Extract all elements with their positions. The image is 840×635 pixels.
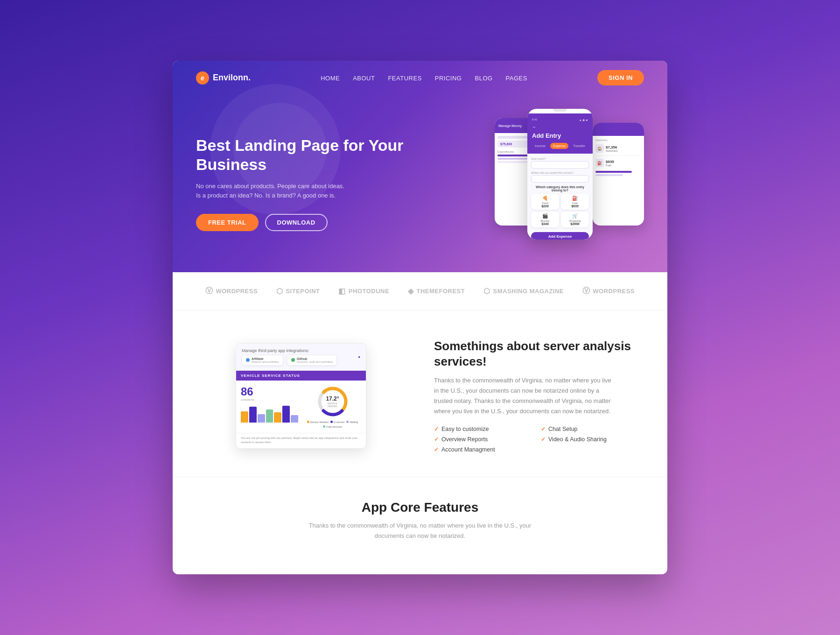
dash-bar-visual [241,404,298,423]
legend-item-4: Fully serviced [323,425,342,428]
nav-blog[interactable]: BLOG [475,75,492,82]
nav-pages[interactable]: PAGES [506,75,527,82]
partner-sitepoint: ⬡ sitepoint [276,287,320,296]
fuel-icon: ⛽ [563,196,587,201]
legend-label-3: Waiting [350,421,358,423]
pbr-divider [595,155,641,156]
partner-label-3: photodune [349,288,389,295]
phone-container: Manage Money $75,800 Expenditu [495,109,644,249]
partner-smashing: ⬡ Smashing Magazine [483,287,564,296]
food-amount: $200 [533,205,557,208]
pbr-info-1: $7,356 Summary [606,145,618,152]
feature-item-2: ✓ Chat Setup [541,426,644,432]
phone-field-2[interactable] [531,175,589,183]
tab-expense[interactable]: Expense [550,143,568,149]
affiliate-info: Affiliate Reports and portfolios [252,357,279,363]
grid-item-fuel[interactable]: ⛽ Fuel $935 [561,194,589,210]
nav-about[interactable]: ABOUT [353,75,375,82]
nav-features[interactable]: FEATURES [388,75,421,82]
dash-legend: Service Needed In service Waiting [304,421,361,428]
partner-label-2: sitepoint [286,288,320,295]
pbr-amount-2: $935 [606,160,614,164]
dash-gauge-area: 17.2° SERVICE NEEDED Service Needed [304,385,361,428]
dash-gauge-center: 17.2° SERVICE NEEDED [324,395,341,408]
nav-pricing[interactable]: PRICING [435,75,462,82]
navbar: e Envilonn. HOME ABOUT FEATURES PRICING … [173,61,667,95]
partner-label-4: themeforest [416,288,465,295]
phone-back-icon[interactable]: ← [532,124,537,129]
legend-label-1: Service Needed [310,421,329,423]
pbr-label-1: Summary [606,149,618,152]
themeforest-icon: ◈ [408,287,414,296]
movies-amount: $340 [533,222,557,226]
signin-button[interactable]: SIGN IN [597,70,644,85]
logo-icon: e [196,71,209,85]
partner-wordpress-2: Ⓥ WordPress [582,286,635,296]
check-icon-1: ✓ [434,426,439,432]
legend-item-2: In service [330,421,345,423]
phone-field-1[interactable] [531,161,589,169]
github-dot [291,358,295,362]
partner-wordpress-1: Ⓥ WordPress [205,286,258,296]
wordpress-icon-1: Ⓥ [205,286,213,296]
free-trial-button[interactable]: FREE TRIAL [196,214,259,231]
phone-main-body: How much? Where did you spend this money… [527,154,593,240]
photodune-icon: ◧ [338,287,346,296]
bar-col-1 [241,411,248,423]
pbr-row-2: ⛽ $935 Fuel [595,159,641,167]
partner-label-6: WordPress [593,288,635,295]
grid-item-movies[interactable]: 🎬 Movies $340 [531,212,559,227]
bar-col-5 [274,412,281,423]
features-text: Somethings about server analysis service… [434,339,644,453]
check-icon-4: ✓ [541,436,546,443]
tab-income[interactable]: Income [532,143,548,149]
feature-label-3: Overview Reports [441,436,488,443]
dash-integrations: Affiliate Reports and portfolios Github … [242,355,360,366]
logo-text: Envilonn. [213,73,251,83]
pbr-bar-1 [595,171,632,173]
tab-transfer[interactable]: Transfer [570,143,588,149]
smashing-icon: ⬡ [483,287,490,296]
bar-col-4 [266,409,273,423]
partners-section: Ⓥ WordPress ⬡ sitepoint ◧ photodune ◈ th… [173,272,667,310]
food-icon: 🍕 [533,196,557,201]
grid-item-food[interactable]: 🍕 Food $200 [531,194,559,210]
app-core-desc: Thanks to the commonwealth of Virginia, … [303,521,537,541]
app-core-section: App Core Features Thanks to the commonwe… [173,476,667,555]
phone-time: 9:41 [532,118,538,121]
hero-phones: Manage Money $75,800 Expenditu [425,109,644,249]
feature-item-3: ✓ Overview Reports [434,436,537,443]
phone-label-1: How much? [531,157,589,160]
pbl-bar-date [497,136,528,139]
hero-subtitle: No one cares about products. People care… [196,182,345,201]
bar-col-2 [249,407,257,423]
download-button[interactable]: DOWNLOAD [265,214,328,231]
add-expense-button[interactable]: Add Expense [531,232,589,240]
phone-main-header: 9:41 ▲ ◉ ▰ ← Add Entry Income Expense [527,113,593,154]
features-desc: Thanks to the commonwealth of Virginia, … [434,375,611,416]
wordpress-icon-2: Ⓥ [582,286,590,296]
phone-input-where: Where did you spend this money? [531,171,589,183]
bar-col-3 [258,414,265,423]
pbr-icon-1: 🏠 [595,144,604,153]
bar-col-7 [291,415,298,423]
phone-back-right-content: Summary 🏠 $7,356 Summary [593,136,644,179]
github-sub: Commits, pulls and portfolios [297,360,333,363]
dash-bar-area: 86 complaints [241,385,298,423]
legend-item-3: Waiting [346,421,358,423]
github-label: Github [297,357,333,360]
affiliate-sub: Reports and portfolios [252,360,279,363]
dash-status-body: 86 complaints [236,381,366,433]
feature-item-4: ✓ Video & Audio Sharing [541,436,644,443]
nav-logo[interactable]: e Envilonn. [196,71,251,85]
hero-content: Best Landing Page for Your Business No o… [173,95,667,272]
dash-int-github: Github Commits, pulls and portfolios [287,355,337,366]
affiliate-label: Affiliate [252,357,279,360]
partner-label-5: Smashing Magazine [493,288,564,295]
nav-home[interactable]: HOME [321,75,340,82]
grid-item-shopping[interactable]: 🛒 Shopping $2900 [561,212,589,227]
dash-bar-label: complaints [241,398,298,401]
feature-item-5: ✓ Account Managment [434,446,537,453]
phone-add-entry-title: Add Entry [532,132,588,139]
partner-label-1: WordPress [216,288,258,295]
